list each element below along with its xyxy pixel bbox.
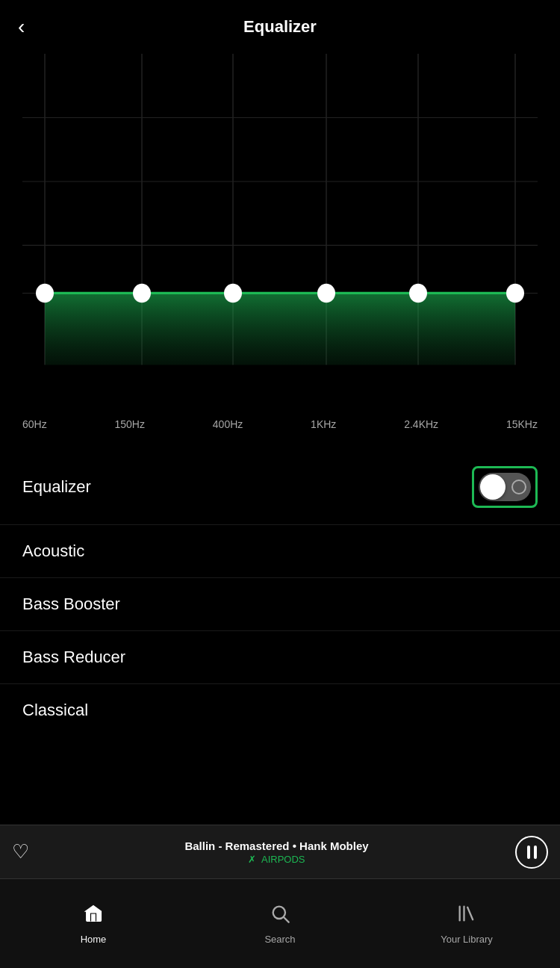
library-icon	[456, 903, 477, 929]
setting-label-classical: Classical	[22, 701, 88, 720]
bluetooth-icon: ✗	[248, 854, 256, 865]
svg-marker-10	[45, 293, 515, 364]
settings-list: Equalizer Acoustic Bass Booster Bass Red…	[0, 442, 560, 744]
page-title: Equalizer	[243, 17, 317, 37]
home-label: Home	[81, 934, 107, 945]
bottom-navigation: Home Search Your Library	[0, 878, 560, 968]
now-playing-subtitle: ✗ AIRPODS	[38, 854, 515, 865]
setting-row-equalizer[interactable]: Equalizer	[0, 450, 560, 525]
nav-item-home[interactable]: Home	[0, 903, 187, 945]
eq-point-1[interactable]	[36, 284, 54, 303]
eq-point-4[interactable]	[317, 284, 335, 303]
setting-label-bass-reducer: Bass Reducer	[22, 648, 125, 667]
equalizer-graph[interactable]	[0, 54, 560, 412]
setting-label-acoustic: Acoustic	[22, 542, 84, 561]
setting-row-classical[interactable]: Classical	[0, 684, 560, 736]
header: ‹ Equalizer	[0, 0, 560, 54]
setting-row-bass-reducer[interactable]: Bass Reducer	[0, 631, 560, 684]
frequency-labels: 60Hz 150Hz 400Hz 1KHz 2.4KHz 15KHz	[0, 412, 560, 442]
equalizer-toggle[interactable]	[479, 473, 531, 501]
search-icon	[270, 903, 290, 929]
now-playing-title: Ballin - Remastered • Hank Mobley	[38, 840, 515, 852]
back-button[interactable]: ‹	[18, 16, 25, 37]
like-button[interactable]: ♡	[12, 840, 29, 863]
setting-label-bass-booster: Bass Booster	[22, 595, 120, 614]
freq-label-2-4khz: 2.4KHz	[404, 418, 438, 430]
eq-point-6[interactable]	[506, 284, 524, 303]
freq-label-150hz: 150Hz	[115, 418, 145, 430]
now-playing-bar: ♡ Ballin - Remastered • Hank Mobley ✗ AI…	[0, 825, 560, 878]
toggle-off-icon	[511, 480, 526, 494]
equalizer-toggle-wrapper[interactable]	[472, 466, 538, 508]
home-icon	[83, 903, 104, 929]
setting-row-acoustic[interactable]: Acoustic	[0, 525, 560, 578]
pause-button[interactable]	[515, 836, 548, 869]
pause-bar-2	[534, 846, 537, 859]
freq-label-1khz: 1KHz	[311, 418, 336, 430]
freq-label-15khz: 15KHz	[506, 418, 538, 430]
pause-bar-1	[527, 846, 530, 859]
setting-row-bass-booster[interactable]: Bass Booster	[0, 578, 560, 631]
nav-item-library[interactable]: Your Library	[373, 903, 560, 945]
freq-label-60hz: 60Hz	[22, 418, 47, 430]
search-label: Search	[264, 934, 295, 945]
eq-point-3[interactable]	[224, 284, 242, 303]
device-label: AIRPODS	[261, 854, 305, 865]
library-label: Your Library	[441, 934, 493, 945]
eq-point-5[interactable]	[409, 284, 427, 303]
freq-label-400hz: 400Hz	[213, 418, 243, 430]
toggle-knob	[480, 474, 505, 500]
pause-icon	[527, 846, 537, 859]
now-playing-info: Ballin - Remastered • Hank Mobley ✗ AIRP…	[38, 840, 515, 865]
svg-line-12	[284, 917, 288, 922]
eq-point-2[interactable]	[133, 284, 151, 303]
setting-label-equalizer: Equalizer	[22, 477, 91, 497]
nav-item-search[interactable]: Search	[187, 903, 373, 945]
